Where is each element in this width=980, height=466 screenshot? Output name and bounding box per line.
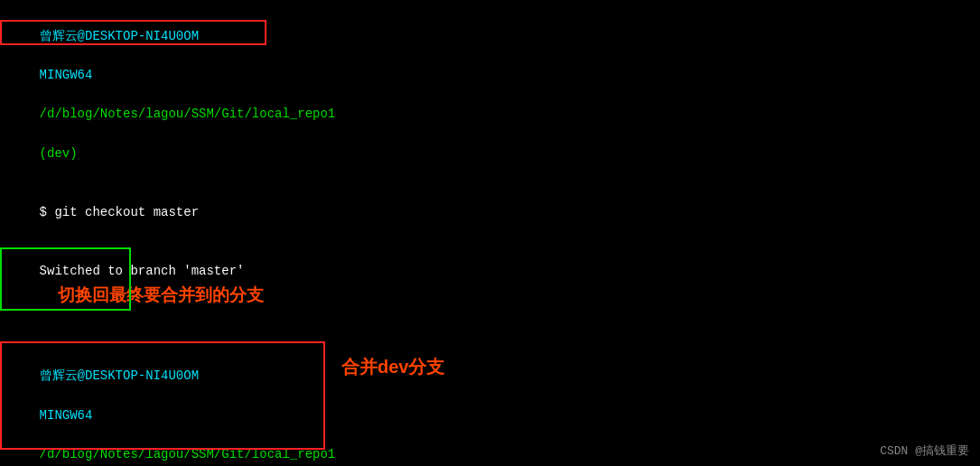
output-1-1: Switched to branch 'master' 切换回最终要合并到的分支 [9, 242, 971, 328]
terminal-window: 曾辉云@DESKTOP-NI4U0OM MINGW64 /d/blog/Note… [0, 0, 980, 466]
prompt-line-2: 曾辉云@DESKTOP-NI4U0OM MINGW64 /d/blog/Note… [9, 347, 971, 466]
csdn-label: CSDN @搞钱重要 [880, 443, 969, 459]
annotation-merge: 合并dev分支 [341, 355, 444, 379]
prompt-path-1: /d/blog/Notes/lagou/SSM/Git/local_repo1 [40, 107, 336, 121]
annotation-1: 切换回最终要合并到的分支 [58, 285, 264, 304]
cmd-line-1: $ git checkout master [9, 183, 971, 242]
prompt-line-1: 曾辉云@DESKTOP-NI4U0OM MINGW64 /d/blog/Note… [9, 7, 971, 183]
prompt-user-1: 曾辉云@DESKTOP-NI4U0OM [40, 29, 199, 43]
